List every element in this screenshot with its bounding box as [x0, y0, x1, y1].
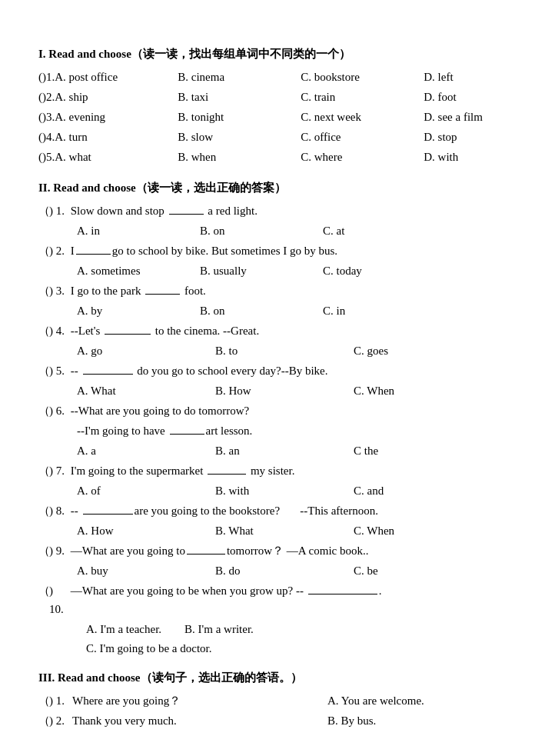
s2-q10-opt-ab: A. I'm a teacher. B. I'm a writer. — [86, 620, 497, 638]
q-text: Where are you going？ — [72, 691, 327, 710]
opt-c: C. where — [301, 148, 424, 166]
opt-b: B. on — [200, 301, 323, 320]
paren: （ — [38, 711, 49, 730]
opt-a: A. in — [77, 221, 200, 240]
opt-d: D. see a film — [424, 108, 523, 126]
opt-c: C. be — [354, 561, 454, 580]
opt-b: B. to — [215, 341, 354, 360]
opt-a: A. sometimes — [77, 261, 200, 280]
q-num: ) 8. — [49, 501, 68, 520]
opt-b: B. What — [215, 521, 354, 540]
q-num: ) 3. — [49, 281, 68, 300]
s3-q1-row: （ ) 1. Where are you going？ A. You are w… — [38, 691, 497, 710]
opt-d: D. stop — [424, 128, 523, 146]
q-answer: A. You are welcome. — [327, 691, 497, 710]
opt-b: B. an — [215, 441, 354, 460]
s2-q2-opts: A. sometimes B. usually C. today — [77, 261, 497, 280]
blank — [76, 254, 111, 255]
blank — [169, 214, 204, 215]
q-text: --Let's to the cinema. --Great. — [68, 321, 259, 340]
blank — [83, 514, 133, 515]
num: )5. — [42, 148, 55, 166]
opt-a: A. turn — [55, 128, 178, 146]
opt-a: A. ship — [55, 88, 178, 106]
num: )2. — [42, 88, 55, 106]
q-num: ) 2. — [49, 241, 68, 260]
s2-q9-opts: A. buy B. do C. be — [77, 561, 497, 580]
q-num: ) 1. — [49, 201, 68, 220]
q-text: Igo to school by bike. But sometimes I g… — [68, 241, 337, 260]
opt-b: B. with — [215, 481, 354, 500]
blank — [170, 434, 204, 435]
s2-q6-sub: --I'm going to have art lesson. — [77, 421, 497, 440]
opt-a: A. go — [77, 341, 215, 360]
s2-q1: （ ) 1. Slow down and stop a red light. — [38, 201, 497, 220]
q-num: ) 10. — [49, 581, 68, 618]
section1-row4: ( )4. A. turn B. slow C. office D. stop — [38, 128, 497, 146]
s2-q10-opt-c: C. I'm going to be a doctor. — [86, 639, 497, 658]
q-text: I'm going to the supermarket my sister. — [68, 461, 294, 480]
opt-b: B. on — [200, 221, 323, 240]
q-text: —What are you going to be when you grow … — [68, 581, 382, 600]
opt-a: A. by — [77, 301, 200, 320]
paren: （ — [38, 691, 49, 710]
q-text: -- are you going to the bookstore? --Thi… — [68, 501, 378, 520]
opt-c: C. and — [354, 481, 454, 500]
opt-b: B. do — [215, 561, 354, 580]
s2-q5-opts: A. What B. How C. When — [77, 381, 497, 400]
opt-c: C. office — [301, 128, 424, 146]
section1-row5: ( )5. A. what B. when C. where D. with — [38, 148, 497, 166]
opt-d: D. left — [424, 68, 523, 86]
blank — [187, 554, 225, 555]
opt-b: B. taxi — [178, 88, 301, 106]
opt-c: C. When — [354, 521, 454, 540]
s3-q2-row: （ ) 2. Thank you very much. B. By bus. — [38, 711, 497, 730]
section1-row1: ( )1. A. post office B. cinema C. bookst… — [38, 68, 497, 86]
q-num: ) 1. — [49, 691, 72, 710]
s2-q9: （ ) 9. —What are you going totomorrow？ —… — [38, 541, 497, 560]
opt-b: B. tonight — [178, 108, 301, 126]
blank — [83, 374, 133, 375]
opt-d: D. with — [424, 148, 523, 166]
s2-q5: （ ) 5. -- do you go to school every day?… — [38, 361, 497, 380]
s2-q8: （ ) 8. -- are you going to the bookstore… — [38, 501, 497, 520]
section2-title: II. Read and choose（读一读，选出正确的答案） — [38, 178, 497, 197]
blank — [145, 294, 180, 295]
s2-q3: （ ) 3. I go to the park foot. — [38, 281, 497, 300]
section1-row3: ( )3. A. evening B. tonight C. next week… — [38, 108, 497, 126]
s2-q3-opts: A. by B. on C. in — [77, 301, 497, 320]
opt-b: B. How — [215, 381, 354, 400]
s2-q7: （ ) 7. I'm going to the supermarket my s… — [38, 461, 497, 480]
q-num: ) 9. — [49, 541, 68, 560]
opt-c: C. bookstore — [301, 68, 424, 86]
opt-a: A. post office — [55, 68, 178, 86]
q-text: --What are you going to do tomorrow? — [68, 401, 249, 420]
opt-c: C. goes — [354, 341, 454, 360]
q-num: ) 4. — [49, 321, 68, 340]
opt-c: C the — [354, 441, 454, 460]
q-num: ) 5. — [49, 361, 68, 380]
blank — [105, 334, 151, 335]
q-text: Slow down and stop a red light. — [68, 201, 258, 220]
opt-a: A. evening — [55, 108, 178, 126]
opt-c: C. at — [323, 221, 423, 240]
section1-title: I. Read and choose（读一读，找出每组单词中不同类的一个） — [38, 45, 497, 63]
opt-a: A. of — [77, 481, 215, 500]
s2-q7-opts: A. of B. with C. and — [77, 481, 497, 500]
q-num: ) 6. — [49, 401, 68, 420]
section3-title: III. Read and choose（读句子，选出正确的答语。） — [38, 668, 497, 687]
opt-a: A. What — [77, 381, 215, 400]
s2-q4-opts: A. go B. to C. goes — [77, 341, 497, 360]
s2-q2: （ ) 2. Igo to school by bike. But someti… — [38, 241, 497, 260]
opt-a: A. a — [77, 441, 215, 460]
s2-q10: （ ) 10. —What are you going to be when y… — [38, 581, 497, 618]
opt-b: B. cinema — [178, 68, 301, 86]
opt-a: A. what — [55, 148, 178, 166]
num: )1. — [42, 68, 55, 86]
q-num: ) 2. — [49, 711, 72, 730]
q-answer: B. By bus. — [327, 711, 497, 730]
opt-c: C. When — [354, 381, 454, 400]
q-text: -- do you go to school every day?--By bi… — [68, 361, 328, 380]
s2-q8-opts: A. How B. What C. When — [77, 521, 497, 540]
opt-a: A. How — [77, 521, 215, 540]
